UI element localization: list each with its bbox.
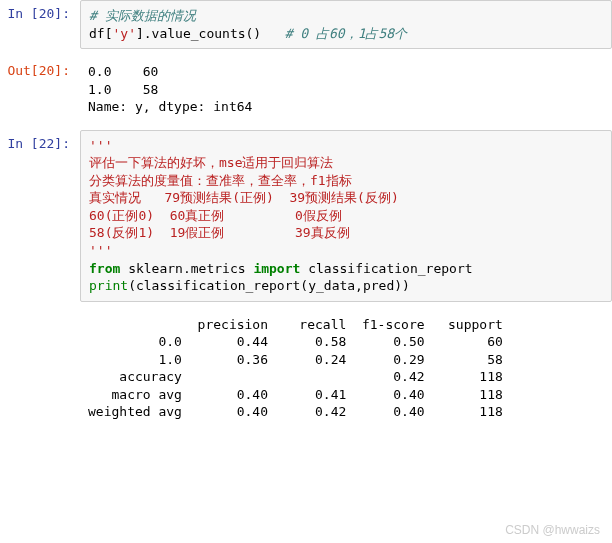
code-output-22: precision recall f1-score support 0.0 0.… (80, 310, 612, 427)
out-prompt-22-blank (0, 310, 80, 427)
report-row: 0.0 0.44 0.58 0.50 60 (88, 333, 604, 351)
in-prompt-22: In [22]: (0, 130, 80, 302)
comment: # 实际数据的情况 (89, 8, 196, 23)
docstring: ''' (89, 138, 112, 153)
docstring: 评估一下算法的好坏，mse适用于回归算法 (89, 155, 333, 170)
docstring: 58(反例1) 19假正例 39真反例 (89, 225, 350, 240)
docstring: ''' (89, 243, 112, 258)
output-line: Name: y, dtype: int64 (88, 98, 604, 116)
report-row: 1.0 0.36 0.24 0.29 58 (88, 351, 604, 369)
report-accuracy: accuracy 0.42 118 (88, 368, 604, 386)
code-line: # 实际数据的情况 (89, 7, 603, 25)
report-header: precision recall f1-score support (88, 316, 604, 334)
code-line: from sklearn.metrics import classificati… (89, 260, 603, 278)
docstring: 60(正例0) 60真正例 0假反例 (89, 208, 342, 223)
code-line: 58(反例1) 19假正例 39真反例 (89, 224, 603, 242)
comment: # 0 占60，1占58个 (285, 26, 407, 41)
code-input-20[interactable]: # 实际数据的情况 df['y'].value_counts() # 0 占60… (80, 0, 612, 49)
code-line: 评估一下算法的好坏，mse适用于回归算法 (89, 154, 603, 172)
code-cell-20: In [20]: # 实际数据的情况 df['y'].value_counts(… (0, 0, 612, 49)
report-macro: macro avg 0.40 0.41 0.40 118 (88, 386, 604, 404)
code-line: 真实情况 79预测结果(正例) 39预测结果(反例) (89, 189, 603, 207)
code-line: df['y'].value_counts() # 0 占60，1占58个 (89, 25, 603, 43)
code-line: 分类算法的度量值：查准率，查全率，f1指标 (89, 172, 603, 190)
code-input-22[interactable]: ''' 评估一下算法的好坏，mse适用于回归算法 分类算法的度量值：查准率，查全… (80, 130, 612, 302)
builtin-print: print (89, 278, 128, 293)
docstring: 真实情况 79预测结果(正例) 39预测结果(反例) (89, 190, 399, 205)
output-line: 1.0 58 (88, 81, 604, 99)
report-weighted: weighted avg 0.40 0.42 0.40 118 (88, 403, 604, 421)
code-line: 60(正例0) 60真正例 0假反例 (89, 207, 603, 225)
in-prompt-20: In [20]: (0, 0, 80, 49)
output-cell-22: precision recall f1-score support 0.0 0.… (0, 310, 612, 427)
code-line: ''' (89, 137, 603, 155)
code-cell-22: In [22]: ''' 评估一下算法的好坏，mse适用于回归算法 分类算法的度… (0, 130, 612, 302)
docstring: 分类算法的度量值：查准率，查全率，f1指标 (89, 173, 352, 188)
watermark: CSDN @hwwaizs (505, 523, 600, 537)
keyword-from: from (89, 261, 120, 276)
output-line: 0.0 60 (88, 63, 604, 81)
string: 'y' (112, 26, 135, 41)
code-line: ''' (89, 242, 603, 260)
code-line: print(classification_report(y_data,pred)… (89, 277, 603, 295)
out-prompt-20: Out[20]: (0, 57, 80, 122)
code-output-20: 0.0 60 1.0 58 Name: y, dtype: int64 (80, 57, 612, 122)
output-cell-20: Out[20]: 0.0 60 1.0 58 Name: y, dtype: i… (0, 57, 612, 122)
keyword-import: import (253, 261, 300, 276)
